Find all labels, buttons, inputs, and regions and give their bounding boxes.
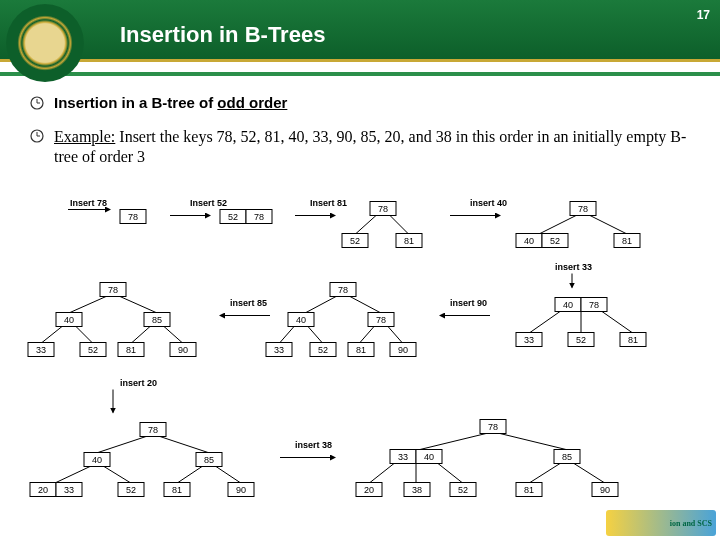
svg-line-137 [574,464,604,483]
svg-text:52: 52 [126,485,136,495]
svg-text:insert 85: insert 85 [230,298,267,308]
svg-text:insert 90: insert 90 [450,298,487,308]
svg-text:85: 85 [152,315,162,325]
clock-bullet-icon [30,129,44,143]
svg-line-90 [602,312,632,333]
svg-text:52: 52 [458,485,468,495]
slide-title: Insertion in B-Trees [120,22,325,48]
svg-text:33: 33 [274,345,284,355]
svg-text:90: 90 [236,485,246,495]
svg-text:90: 90 [398,345,408,355]
svg-text:78: 78 [254,212,264,222]
svg-text:81: 81 [628,335,638,345]
svg-text:85: 85 [204,455,214,465]
svg-text:40: 40 [424,452,434,462]
diagram-svg: Insert 78 78 Insert 52 52 78 Insert 81 7… [10,195,710,540]
svg-text:78: 78 [108,285,118,295]
svg-line-30 [540,216,576,234]
heading-underlined: odd order [217,94,287,111]
svg-text:20: 20 [364,485,374,495]
svg-line-136 [530,464,560,483]
svg-line-70 [280,327,294,343]
university-logo [6,4,84,82]
svg-line-71 [308,327,322,343]
svg-text:78: 78 [148,425,158,435]
svg-line-51 [164,327,182,343]
svg-text:52: 52 [350,236,360,246]
svg-line-50 [132,327,150,343]
svg-text:52: 52 [88,345,98,355]
svg-line-72 [360,327,374,343]
example-row: Example: Insert the keys 78, 52, 81, 40,… [30,127,700,167]
slide-header: Insertion in B-Trees 17 [0,0,720,62]
svg-text:40: 40 [563,300,573,310]
svg-line-42 [70,297,106,313]
svg-text:33: 33 [524,335,534,345]
svg-line-102 [160,437,208,453]
content-area: Insertion in a B-tree of odd order Examp… [0,76,720,167]
svg-line-21 [390,216,408,234]
svg-text:insert 38: insert 38 [295,440,332,450]
svg-line-101 [98,437,146,453]
svg-text:78: 78 [578,204,588,214]
svg-line-88 [530,312,560,333]
svg-text:81: 81 [172,485,182,495]
svg-text:78: 78 [488,422,498,432]
svg-text:38: 38 [412,485,422,495]
svg-text:85: 85 [562,452,572,462]
svg-line-135 [438,464,462,483]
svg-line-110 [216,467,240,483]
svg-line-108 [104,467,130,483]
svg-text:insert 40: insert 40 [470,198,507,208]
svg-text:52: 52 [228,212,238,222]
svg-text:insert 20: insert 20 [120,378,157,388]
svg-text:52: 52 [550,236,560,246]
svg-line-126 [500,434,566,450]
page-number: 17 [697,8,710,22]
svg-line-109 [178,467,202,483]
svg-text:52: 52 [318,345,328,355]
svg-text:78: 78 [589,300,599,310]
svg-text:insert 33: insert 33 [555,262,592,272]
heading-row: Insertion in a B-tree of odd order [30,94,700,111]
svg-line-133 [370,464,394,483]
svg-text:20: 20 [38,485,48,495]
svg-text:78: 78 [376,315,386,325]
svg-line-107 [56,467,90,483]
section-heading: Insertion in a B-tree of odd order [54,94,287,111]
svg-line-65 [350,297,380,313]
svg-text:40: 40 [296,315,306,325]
svg-line-49 [76,327,92,343]
svg-text:81: 81 [356,345,366,355]
svg-line-125 [420,434,486,450]
svg-line-48 [42,327,62,343]
example-text: Example: Insert the keys 78, 52, 81, 40,… [54,127,700,167]
svg-text:78: 78 [128,212,138,222]
svg-line-64 [306,297,336,313]
svg-text:Insert 81: Insert 81 [310,198,347,208]
svg-text:81: 81 [524,485,534,495]
svg-text:81: 81 [622,236,632,246]
svg-text:Insert 52: Insert 52 [190,198,227,208]
svg-text:78: 78 [378,204,388,214]
svg-text:90: 90 [178,345,188,355]
svg-text:Insert 78: Insert 78 [70,198,107,208]
svg-line-43 [120,297,156,313]
svg-line-73 [388,327,402,343]
svg-text:40: 40 [524,236,534,246]
svg-line-20 [356,216,376,234]
btree-diagram: Insert 78 78 Insert 52 52 78 Insert 81 7… [10,195,710,540]
svg-text:40: 40 [64,315,74,325]
heading-text: Insertion in a B-tree of [54,94,217,111]
svg-text:78: 78 [338,285,348,295]
example-body: Insert the keys 78, 52, 81, 40, 33, 90, … [54,128,686,165]
example-prefix: Example: [54,128,115,145]
svg-line-31 [590,216,626,234]
clock-bullet-icon [30,96,44,110]
svg-text:40: 40 [92,455,102,465]
svg-text:90: 90 [600,485,610,495]
svg-text:33: 33 [36,345,46,355]
svg-text:81: 81 [126,345,136,355]
svg-text:52: 52 [576,335,586,345]
svg-text:33: 33 [398,452,408,462]
